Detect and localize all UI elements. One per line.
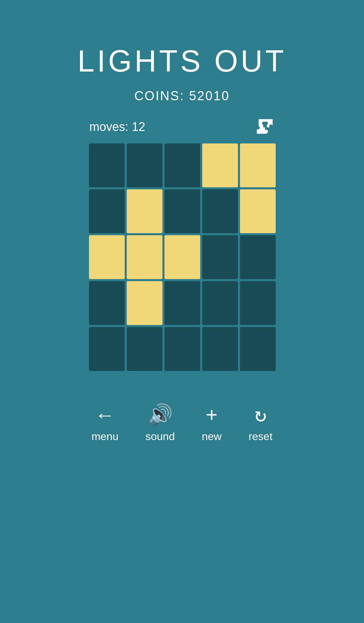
grid-cell-0-4[interactable]: [240, 143, 276, 187]
grid-cell-3-2[interactable]: [164, 281, 200, 325]
grid-cell-4-0[interactable]: [89, 327, 125, 371]
grid-cell-1-2[interactable]: [164, 189, 200, 233]
menu-label: menu: [91, 430, 118, 443]
grid-cell-0-1[interactable]: [127, 143, 162, 187]
grid-cell-0-0[interactable]: [89, 143, 125, 187]
grid-cell-1-3[interactable]: [202, 189, 238, 233]
grid-cell-4-2[interactable]: [164, 327, 200, 371]
grid-cell-4-1[interactable]: [127, 327, 162, 371]
menu-button[interactable]: ← menu: [91, 406, 118, 443]
grid-cell-3-1[interactable]: [127, 281, 162, 325]
sound-icon: 🔊: [148, 406, 173, 426]
reset-icon: ↻: [254, 406, 267, 426]
menu-icon: ←: [99, 406, 111, 426]
app-title: LIGHTS OUT: [78, 44, 286, 79]
bottom-bar: ← menu 🔊 sound + new ↻ reset: [91, 406, 272, 443]
grid-cell-3-4[interactable]: [240, 281, 276, 325]
grid-cell-4-4[interactable]: [240, 327, 276, 371]
new-button[interactable]: + new: [202, 406, 222, 443]
grid-cell-4-3[interactable]: [202, 327, 238, 371]
grid-cell-0-3[interactable]: [202, 143, 238, 187]
sound-label: sound: [146, 430, 175, 443]
grid-cell-1-0[interactable]: [89, 189, 125, 233]
grid-cell-3-0[interactable]: [89, 281, 125, 325]
moves-counter: moves: 12: [89, 120, 145, 134]
reset-button[interactable]: ↻ reset: [248, 406, 272, 443]
grid-cell-1-4[interactable]: [240, 189, 276, 233]
new-label: new: [202, 430, 222, 443]
moves-row: moves: 12: [88, 117, 276, 137]
grid-cell-0-2[interactable]: [164, 143, 200, 187]
grid-cell-2-3[interactable]: [202, 235, 238, 279]
reset-label: reset: [248, 430, 272, 443]
new-icon: +: [206, 406, 218, 426]
grid-cell-2-2[interactable]: [164, 235, 200, 279]
coins-display: COINS: 52010: [134, 89, 230, 103]
game-area: moves: 12: [88, 117, 276, 372]
grid-cell-3-3[interactable]: [202, 281, 238, 325]
grid-cell-2-1[interactable]: [127, 235, 162, 279]
grid: [88, 142, 276, 372]
grid-cell-2-4[interactable]: [240, 235, 276, 279]
puzzle-icon: [254, 117, 275, 137]
grid-cell-1-1[interactable]: [127, 189, 162, 233]
sound-button[interactable]: 🔊 sound: [146, 406, 175, 443]
grid-cell-2-0[interactable]: [89, 235, 125, 279]
